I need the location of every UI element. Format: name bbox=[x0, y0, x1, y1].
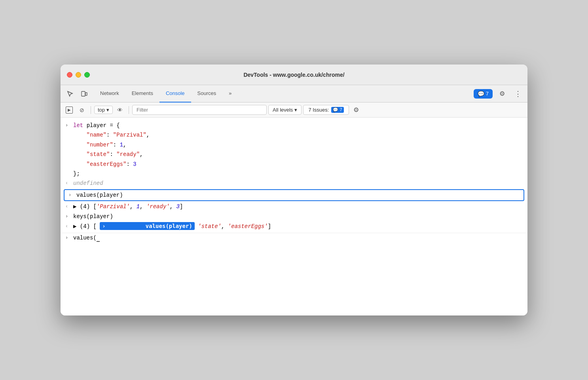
console-line-5: "easterEggs": 3 bbox=[61, 160, 527, 169]
console-line-values-output: ‹ ▶ (4) ['Parzival', 1, 'ready', 3] bbox=[61, 202, 527, 211]
devtools-window: DevTools - www.google.co.uk/chrome/ Netw… bbox=[61, 65, 527, 315]
console-line-3: "number": 1, bbox=[61, 140, 527, 150]
issues-badge-small: 💬 7 bbox=[331, 107, 343, 113]
settings-icon: ⚙ bbox=[499, 90, 505, 97]
devtools-navbar: Network Elements Console Sources » 💬 7 ⚙ bbox=[61, 85, 527, 103]
console-settings-button[interactable]: ⚙ bbox=[351, 104, 362, 116]
console-line-6: }; bbox=[61, 169, 527, 179]
eye-button[interactable]: 👁 bbox=[114, 104, 125, 116]
minimize-button[interactable] bbox=[76, 72, 81, 78]
maximize-button[interactable] bbox=[84, 72, 90, 78]
console-line-2: "name": "Parzival", bbox=[61, 130, 527, 140]
outlined-command-row: › values(player) bbox=[64, 189, 524, 201]
tab-network[interactable]: Network bbox=[94, 85, 125, 103]
inspect-element-button[interactable] bbox=[64, 87, 76, 100]
settings-button[interactable]: ⚙ bbox=[496, 87, 508, 100]
clear-console-button[interactable]: ▶ bbox=[64, 104, 75, 116]
titlebar: DevTools - www.google.co.uk/chrome/ bbox=[61, 65, 527, 85]
comment-icon: 💬 bbox=[478, 91, 484, 97]
console-line-1: › let player = { bbox=[61, 121, 527, 130]
expand-arrow-icon-3[interactable]: › bbox=[65, 213, 70, 220]
indent-space bbox=[65, 151, 70, 158]
nav-right-controls: 💬 7 ⚙ ⋮ bbox=[474, 87, 524, 100]
dropdown-icon: ▾ bbox=[294, 107, 297, 113]
more-icon: ⋮ bbox=[514, 89, 522, 98]
indent-space bbox=[65, 141, 70, 149]
console-output: › let player = { "name": "Parzival", "nu… bbox=[61, 118, 527, 315]
dropdown-arrow-icon: ▾ bbox=[106, 107, 109, 113]
indent-space bbox=[65, 161, 70, 168]
filter-input[interactable] bbox=[132, 105, 267, 115]
eye-icon: 👁 bbox=[117, 107, 123, 113]
nav-tabs: Network Elements Console Sources » bbox=[94, 85, 474, 102]
tab-more[interactable]: » bbox=[222, 85, 238, 103]
tab-sources[interactable]: Sources bbox=[191, 85, 223, 103]
input-prompt-icon: › bbox=[65, 234, 70, 242]
console-line-undefined: ‹ undefined bbox=[61, 179, 527, 188]
output-arrow-icon: ‹ bbox=[65, 180, 70, 187]
nav-icon-group bbox=[64, 87, 91, 100]
gear-icon: ⚙ bbox=[353, 106, 359, 114]
tab-console[interactable]: Console bbox=[159, 85, 191, 103]
device-toolbar-button[interactable] bbox=[78, 87, 91, 100]
output-arrow-icon-2: ‹ bbox=[65, 203, 70, 211]
console-line-keys: › keys(player) bbox=[61, 212, 527, 221]
log-levels-button[interactable]: All levels ▾ bbox=[268, 105, 302, 115]
console-line-4: "state": "ready", bbox=[61, 150, 527, 159]
expand-arrow-icon-2[interactable]: › bbox=[68, 192, 73, 199]
indent-space bbox=[65, 131, 70, 139]
console-toolbar: ▶ ⊘ top ▾ 👁 All levels ▾ 7 Issues: 💬 7 ⚙ bbox=[61, 103, 527, 118]
window-title: DevTools - www.google.co.uk/chrome/ bbox=[243, 72, 344, 78]
indent-space bbox=[65, 170, 70, 178]
toolbar-divider-2 bbox=[129, 106, 129, 114]
close-button[interactable] bbox=[67, 72, 72, 78]
console-line-partial: ‹ ▶ (4) [ › values(player) 'state', 'eas… bbox=[61, 221, 527, 231]
console-line-values: › values(player) bbox=[64, 190, 524, 200]
traffic-lights bbox=[67, 72, 90, 78]
more-options-button[interactable]: ⋮ bbox=[512, 87, 524, 100]
expand-arrow-icon[interactable]: › bbox=[65, 122, 70, 129]
execute-icon: ▶ bbox=[66, 106, 73, 114]
toolbar-divider bbox=[91, 106, 91, 114]
tab-elements[interactable]: Elements bbox=[125, 85, 159, 103]
output-arrow-icon-3: ‹ bbox=[65, 223, 70, 230]
block-icon: ⊘ bbox=[80, 107, 84, 113]
issues-count-display[interactable]: 7 Issues: 💬 7 bbox=[303, 105, 349, 115]
svg-rect-0 bbox=[82, 91, 85, 96]
block-button[interactable]: ⊘ bbox=[76, 104, 87, 116]
issues-badge[interactable]: 💬 7 bbox=[474, 89, 493, 99]
context-selector[interactable]: top ▾ bbox=[94, 106, 113, 114]
svg-rect-1 bbox=[85, 93, 87, 95]
console-line-input-partial[interactable]: › values( bbox=[61, 233, 527, 243]
